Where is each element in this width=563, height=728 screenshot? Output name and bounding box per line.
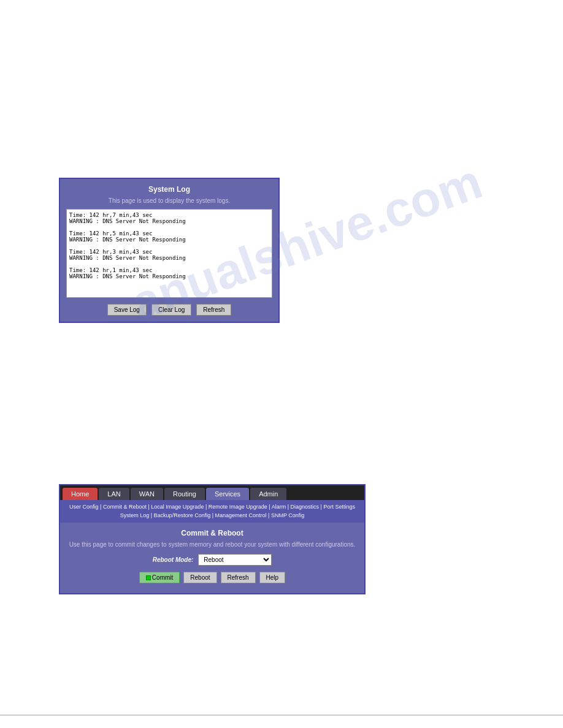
- subnav-port-settings[interactable]: Port Settings: [323, 504, 355, 510]
- save-log-button[interactable]: Save Log: [107, 304, 147, 316]
- bottom-border: [0, 715, 563, 716]
- subnav-diagnostics[interactable]: Diagnostics: [291, 504, 320, 510]
- system-log-panel: System Log This page is used to display …: [59, 178, 280, 323]
- log-buttons: Save Log Clear Log Refresh: [66, 304, 272, 316]
- system-log-title: System Log: [66, 185, 272, 194]
- subnav-alarm[interactable]: Alarm: [272, 504, 286, 510]
- commit-button[interactable]: Commit: [139, 572, 180, 583]
- subnav-commit-reboot[interactable]: Commit & Reboot: [103, 504, 147, 510]
- reboot-mode-select[interactable]: Reboot Remote: [198, 554, 272, 566]
- nav-tabs: Home LAN WAN Routing Services Admin: [60, 485, 364, 500]
- router-panel: Home LAN WAN Routing Services Admin User…: [59, 484, 366, 594]
- log-textarea[interactable]: [66, 209, 272, 298]
- system-log-subtitle: This page is used to display the system …: [66, 197, 272, 204]
- subnav-management-control[interactable]: Management Control: [215, 512, 267, 518]
- subnav-system-log[interactable]: System Log: [120, 512, 150, 518]
- refresh-button[interactable]: Refresh: [221, 572, 256, 583]
- content-area: Commit & Reboot Use this page to commit …: [60, 523, 364, 593]
- tab-admin[interactable]: Admin: [250, 488, 286, 500]
- reboot-button[interactable]: Reboot: [183, 572, 216, 583]
- tab-routing[interactable]: Routing: [164, 488, 205, 500]
- sub-nav: User Config | Commit & Reboot | Local Im…: [60, 500, 364, 523]
- subnav-backup-restore[interactable]: Backup/Restore Config: [154, 512, 211, 518]
- tab-lan[interactable]: LAN: [99, 488, 129, 500]
- subnav-local-image-upgrade[interactable]: Local Image Upgrade: [151, 504, 204, 510]
- content-description: Use this page to commit changes to syste…: [67, 541, 357, 548]
- action-buttons: Commit Reboot Refresh Help: [67, 572, 357, 587]
- refresh-log-button[interactable]: Refresh: [196, 304, 231, 316]
- reboot-mode-label: Reboot Mode:: [153, 556, 194, 563]
- tab-home[interactable]: Home: [63, 488, 98, 500]
- reboot-mode-row: Reboot Mode: Reboot Remote: [67, 554, 357, 566]
- tab-wan[interactable]: WAN: [131, 488, 163, 500]
- subnav-snmp-config[interactable]: SNMP Config: [271, 512, 304, 518]
- help-button[interactable]: Help: [259, 572, 286, 583]
- subnav-user-config[interactable]: User Config: [69, 504, 99, 510]
- subnav-remote-image-upgrade[interactable]: Remote Image Upgrade: [209, 504, 267, 510]
- tab-services[interactable]: Services: [206, 488, 249, 500]
- clear-log-button[interactable]: Clear Log: [151, 304, 191, 316]
- commit-indicator: [146, 575, 151, 580]
- content-title: Commit & Reboot: [67, 529, 357, 537]
